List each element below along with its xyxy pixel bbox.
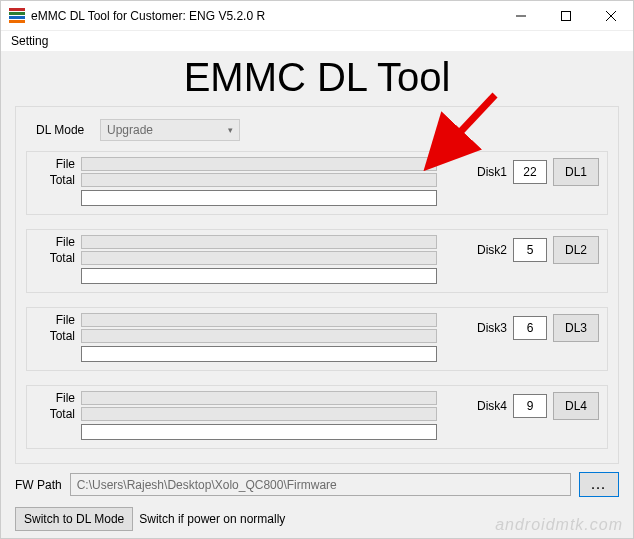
disk-group-1: File Total Disk1 DL1 [26,151,608,215]
file-label: File [35,157,77,171]
file-progress-1 [81,157,437,171]
total-label: Total [35,329,77,343]
file-label: File [35,313,77,327]
file-label: File [35,235,77,249]
disk-input-4[interactable] [513,394,547,418]
main-panel: DL Mode Upgrade ▾ File Total Disk1 DL1 F… [15,106,619,464]
dl-button-3[interactable]: DL3 [553,314,599,342]
total-progress-3 [81,329,437,343]
minimize-button[interactable] [498,1,543,31]
disk-input-1[interactable] [513,160,547,184]
menu-setting[interactable]: Setting [7,33,52,49]
disk-group-3: File Total Disk3 DL3 [26,307,608,371]
minimize-icon [516,11,526,21]
status-box-4 [81,424,437,440]
page-title: EMMC DL Tool [1,55,633,100]
disk-label-2: Disk2 [477,243,507,257]
dl-button-4[interactable]: DL4 [553,392,599,420]
watermark: androidmtk.com [495,516,623,534]
disk-label-3: Disk3 [477,321,507,335]
dl-mode-value: Upgrade [107,123,153,137]
total-progress-4 [81,407,437,421]
disk-label-1: Disk1 [477,165,507,179]
disk-label-4: Disk4 [477,399,507,413]
file-progress-2 [81,235,437,249]
menubar: Setting [1,31,633,51]
switch-hint: Switch if power on normally [139,512,285,526]
dl-button-1[interactable]: DL1 [553,158,599,186]
svg-rect-1 [561,12,570,21]
disk-input-3[interactable] [513,316,547,340]
total-label: Total [35,407,77,421]
fw-path-row: FW Path ... [15,472,619,497]
window-controls [498,1,633,30]
app-icon [9,8,25,24]
dl-mode-row: DL Mode Upgrade ▾ [26,119,608,141]
switch-to-dl-mode-button[interactable]: Switch to DL Mode [15,507,133,531]
total-label: Total [35,251,77,265]
file-label: File [35,391,77,405]
file-progress-3 [81,313,437,327]
fw-path-input[interactable] [70,473,571,496]
status-box-3 [81,346,437,362]
status-box-2 [81,268,437,284]
browse-button[interactable]: ... [579,472,619,497]
status-box-1 [81,190,437,206]
file-progress-4 [81,391,437,405]
close-icon [606,11,616,21]
disk-group-4: File Total Disk4 DL4 [26,385,608,449]
close-button[interactable] [588,1,633,31]
disk-input-2[interactable] [513,238,547,262]
fw-path-label: FW Path [15,478,62,492]
total-progress-2 [81,251,437,265]
total-label: Total [35,173,77,187]
chevron-down-icon: ▾ [228,125,233,135]
dl-button-2[interactable]: DL2 [553,236,599,264]
titlebar: eMMC DL Tool for Customer: ENG V5.2.0 R [1,1,633,31]
maximize-button[interactable] [543,1,588,31]
dl-mode-label: DL Mode [36,123,86,137]
maximize-icon [561,11,571,21]
dl-mode-select[interactable]: Upgrade ▾ [100,119,240,141]
window-title: eMMC DL Tool for Customer: ENG V5.2.0 R [31,9,498,23]
disk-group-2: File Total Disk2 DL2 [26,229,608,293]
total-progress-1 [81,173,437,187]
